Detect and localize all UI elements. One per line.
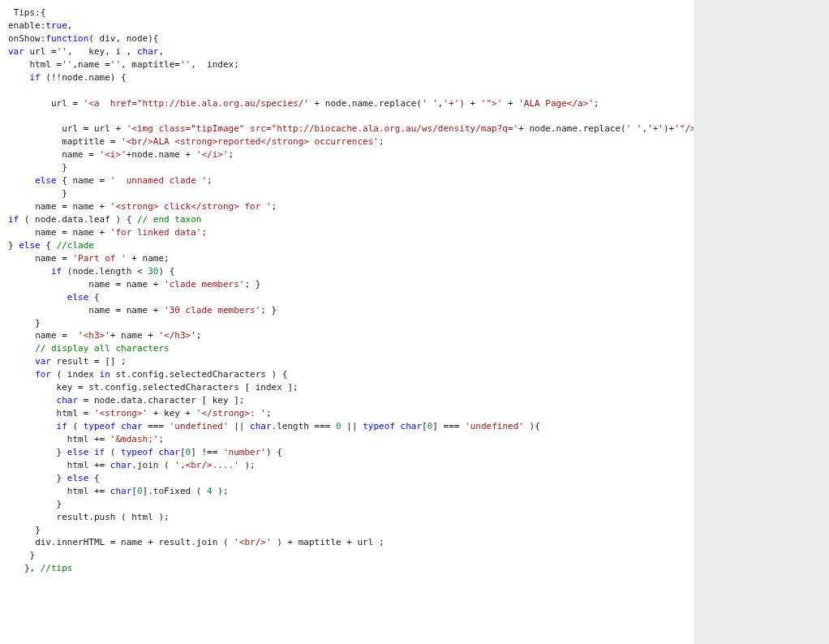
right-gutter xyxy=(694,0,829,644)
code-panel: Tips:{ enable:true, onShow:function( div… xyxy=(0,0,694,644)
code-block: Tips:{ enable:true, onShow:function( div… xyxy=(8,6,685,575)
